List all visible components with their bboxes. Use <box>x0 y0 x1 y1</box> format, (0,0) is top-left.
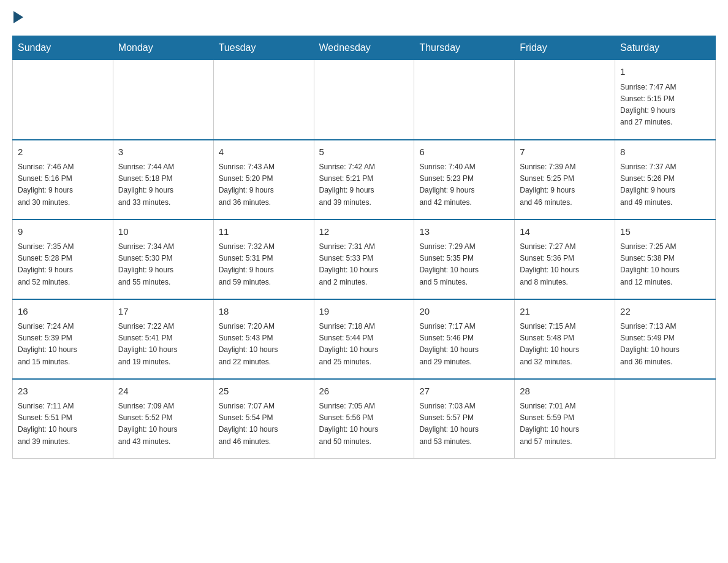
calendar-cell <box>414 60 515 140</box>
calendar-cell: 4Sunrise: 7:43 AM Sunset: 5:20 PM Daylig… <box>213 140 314 220</box>
weekday-header-wednesday: Wednesday <box>314 36 414 60</box>
calendar-cell: 27Sunrise: 7:03 AM Sunset: 5:57 PM Dayli… <box>414 379 515 459</box>
day-number: 23 <box>18 385 108 399</box>
calendar-cell: 13Sunrise: 7:29 AM Sunset: 5:35 PM Dayli… <box>414 220 515 299</box>
calendar-cell: 7Sunrise: 7:39 AM Sunset: 5:25 PM Daylig… <box>515 140 615 220</box>
day-info: Sunrise: 7:03 AM Sunset: 5:57 PM Dayligh… <box>419 400 509 448</box>
day-info: Sunrise: 7:47 AM Sunset: 5:15 PM Dayligh… <box>620 82 710 129</box>
day-info: Sunrise: 7:35 AM Sunset: 5:28 PM Dayligh… <box>18 241 108 288</box>
day-info: Sunrise: 7:29 AM Sunset: 5:35 PM Dayligh… <box>419 241 509 288</box>
calendar-cell: 6Sunrise: 7:40 AM Sunset: 5:23 PM Daylig… <box>414 140 515 220</box>
calendar-week-row: 23Sunrise: 7:11 AM Sunset: 5:51 PM Dayli… <box>13 379 716 459</box>
calendar-cell <box>615 379 716 459</box>
day-info: Sunrise: 7:05 AM Sunset: 5:56 PM Dayligh… <box>319 400 409 448</box>
day-info: Sunrise: 7:37 AM Sunset: 5:26 PM Dayligh… <box>620 161 710 209</box>
weekday-header-friday: Friday <box>515 36 615 60</box>
calendar-cell: 20Sunrise: 7:17 AM Sunset: 5:46 PM Dayli… <box>414 299 515 379</box>
day-info: Sunrise: 7:13 AM Sunset: 5:49 PM Dayligh… <box>620 321 710 368</box>
day-number: 27 <box>419 385 509 399</box>
calendar-cell: 22Sunrise: 7:13 AM Sunset: 5:49 PM Dayli… <box>615 299 716 379</box>
calendar-cell: 24Sunrise: 7:09 AM Sunset: 5:52 PM Dayli… <box>113 379 213 459</box>
day-info: Sunrise: 7:40 AM Sunset: 5:23 PM Dayligh… <box>419 161 509 209</box>
day-info: Sunrise: 7:24 AM Sunset: 5:39 PM Dayligh… <box>18 321 108 368</box>
calendar-cell: 26Sunrise: 7:05 AM Sunset: 5:56 PM Dayli… <box>314 379 414 459</box>
day-info: Sunrise: 7:22 AM Sunset: 5:41 PM Dayligh… <box>118 321 208 368</box>
calendar-cell: 17Sunrise: 7:22 AM Sunset: 5:41 PM Dayli… <box>113 299 213 379</box>
day-number: 6 <box>419 145 509 159</box>
calendar-cell <box>213 60 314 140</box>
weekday-header-row: SundayMondayTuesdayWednesdayThursdayFrid… <box>13 36 716 60</box>
calendar-cell: 21Sunrise: 7:15 AM Sunset: 5:48 PM Dayli… <box>515 299 615 379</box>
day-info: Sunrise: 7:42 AM Sunset: 5:21 PM Dayligh… <box>319 161 409 209</box>
day-info: Sunrise: 7:07 AM Sunset: 5:54 PM Dayligh… <box>219 400 309 448</box>
day-number: 28 <box>520 385 610 399</box>
calendar-week-row: 1Sunrise: 7:47 AM Sunset: 5:15 PM Daylig… <box>13 60 716 140</box>
calendar-cell: 28Sunrise: 7:01 AM Sunset: 5:59 PM Dayli… <box>515 379 615 459</box>
calendar-cell: 3Sunrise: 7:44 AM Sunset: 5:18 PM Daylig… <box>113 140 213 220</box>
day-number: 14 <box>520 225 610 239</box>
day-number: 10 <box>118 225 208 239</box>
day-info: Sunrise: 7:32 AM Sunset: 5:31 PM Dayligh… <box>219 241 309 288</box>
day-info: Sunrise: 7:39 AM Sunset: 5:25 PM Dayligh… <box>520 161 610 209</box>
day-info: Sunrise: 7:20 AM Sunset: 5:43 PM Dayligh… <box>219 321 309 368</box>
calendar-week-row: 16Sunrise: 7:24 AM Sunset: 5:39 PM Dayli… <box>13 299 716 379</box>
day-number: 19 <box>319 305 409 319</box>
day-info: Sunrise: 7:09 AM Sunset: 5:52 PM Dayligh… <box>118 400 208 448</box>
day-number: 17 <box>118 305 208 319</box>
day-number: 21 <box>520 305 610 319</box>
calendar-cell: 1Sunrise: 7:47 AM Sunset: 5:15 PM Daylig… <box>615 60 716 140</box>
day-info: Sunrise: 7:46 AM Sunset: 5:16 PM Dayligh… <box>18 161 108 209</box>
day-info: Sunrise: 7:18 AM Sunset: 5:44 PM Dayligh… <box>319 321 409 368</box>
calendar-cell: 25Sunrise: 7:07 AM Sunset: 5:54 PM Dayli… <box>213 379 314 459</box>
day-info: Sunrise: 7:01 AM Sunset: 5:59 PM Dayligh… <box>520 400 610 448</box>
calendar-cell <box>314 60 414 140</box>
calendar-cell: 18Sunrise: 7:20 AM Sunset: 5:43 PM Dayli… <box>213 299 314 379</box>
day-info: Sunrise: 7:31 AM Sunset: 5:33 PM Dayligh… <box>319 241 409 288</box>
calendar-cell: 23Sunrise: 7:11 AM Sunset: 5:51 PM Dayli… <box>13 379 113 459</box>
day-number: 20 <box>419 305 509 319</box>
day-number: 12 <box>319 225 409 239</box>
day-info: Sunrise: 7:34 AM Sunset: 5:30 PM Dayligh… <box>118 241 208 288</box>
calendar-cell: 15Sunrise: 7:25 AM Sunset: 5:38 PM Dayli… <box>615 220 716 299</box>
calendar-cell: 10Sunrise: 7:34 AM Sunset: 5:30 PM Dayli… <box>113 220 213 299</box>
day-number: 4 <box>219 145 309 159</box>
day-info: Sunrise: 7:27 AM Sunset: 5:36 PM Dayligh… <box>520 241 610 288</box>
day-number: 13 <box>419 225 509 239</box>
calendar-week-row: 9Sunrise: 7:35 AM Sunset: 5:28 PM Daylig… <box>13 220 716 299</box>
day-info: Sunrise: 7:15 AM Sunset: 5:48 PM Dayligh… <box>520 321 610 368</box>
day-number: 25 <box>219 385 309 399</box>
calendar-cell: 19Sunrise: 7:18 AM Sunset: 5:44 PM Dayli… <box>314 299 414 379</box>
calendar-cell: 12Sunrise: 7:31 AM Sunset: 5:33 PM Dayli… <box>314 220 414 299</box>
calendar-week-row: 2Sunrise: 7:46 AM Sunset: 5:16 PM Daylig… <box>13 140 716 220</box>
day-number: 2 <box>18 145 108 159</box>
weekday-header-saturday: Saturday <box>615 36 716 60</box>
calendar-table: SundayMondayTuesdayWednesdayThursdayFrid… <box>12 36 716 459</box>
day-number: 8 <box>620 145 710 159</box>
day-info: Sunrise: 7:25 AM Sunset: 5:38 PM Dayligh… <box>620 241 710 288</box>
calendar-cell: 9Sunrise: 7:35 AM Sunset: 5:28 PM Daylig… <box>13 220 113 299</box>
calendar-cell <box>113 60 213 140</box>
day-number: 3 <box>118 145 208 159</box>
calendar-cell: 8Sunrise: 7:37 AM Sunset: 5:26 PM Daylig… <box>615 140 716 220</box>
day-info: Sunrise: 7:43 AM Sunset: 5:20 PM Dayligh… <box>219 161 309 209</box>
weekday-header-thursday: Thursday <box>414 36 515 60</box>
calendar-cell: 2Sunrise: 7:46 AM Sunset: 5:16 PM Daylig… <box>13 140 113 220</box>
day-info: Sunrise: 7:11 AM Sunset: 5:51 PM Dayligh… <box>18 400 108 448</box>
day-info: Sunrise: 7:17 AM Sunset: 5:46 PM Dayligh… <box>419 321 509 368</box>
calendar-cell <box>515 60 615 140</box>
calendar-cell <box>13 60 113 140</box>
day-number: 16 <box>18 305 108 319</box>
weekday-header-monday: Monday <box>113 36 213 60</box>
day-number: 9 <box>18 225 108 239</box>
day-number: 18 <box>219 305 309 319</box>
calendar-cell: 16Sunrise: 7:24 AM Sunset: 5:39 PM Dayli… <box>13 299 113 379</box>
calendar-cell: 11Sunrise: 7:32 AM Sunset: 5:31 PM Dayli… <box>213 220 314 299</box>
logo <box>12 12 23 23</box>
day-number: 7 <box>520 145 610 159</box>
day-number: 11 <box>219 225 309 239</box>
day-number: 1 <box>620 65 710 79</box>
day-number: 5 <box>319 145 409 159</box>
day-number: 24 <box>118 385 208 399</box>
day-number: 15 <box>620 225 710 239</box>
calendar-cell: 14Sunrise: 7:27 AM Sunset: 5:36 PM Dayli… <box>515 220 615 299</box>
